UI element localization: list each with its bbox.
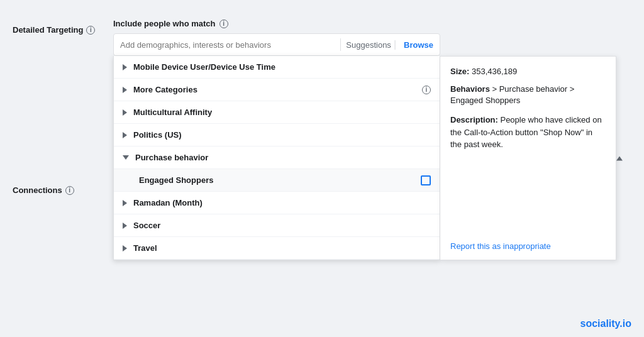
item-label-ramadan: Ramadan (Month): [133, 198, 431, 207]
content-area: Detailed Targeting i Connections i Inclu…: [0, 0, 644, 337]
suggestions-link[interactable]: Suggestions: [346, 40, 391, 50]
info-size: Size: 353,436,189: [450, 67, 606, 76]
dropdown-item-travel[interactable]: Travel: [114, 237, 440, 260]
dropdown-item-ramadan[interactable]: Ramadan (Month): [114, 192, 440, 214]
left-labels: Detailed Targeting i Connections i: [13, 19, 113, 324]
dropdown-item-soccer[interactable]: Soccer: [114, 214, 440, 237]
branding: sociality.io: [580, 318, 631, 329]
info-description: Description: People who have clicked on …: [450, 114, 606, 151]
search-bar: Suggestions | Browse: [113, 33, 440, 56]
item-label-more-categories: More Categories: [133, 85, 422, 94]
info-behaviors: Behaviors > Purchase behavior > Engaged …: [450, 84, 606, 106]
more-categories-info-icon[interactable]: i: [422, 86, 431, 94]
size-label: Size:: [450, 67, 469, 76]
dropdown-item-purchase-behavior[interactable]: Purchase behavior: [114, 146, 440, 169]
chevron-right-icon: [123, 223, 127, 229]
chevron-down-icon: [123, 155, 129, 160]
detailed-targeting-label: Detailed Targeting i: [13, 25, 113, 35]
item-label-mobile-device: Mobile Device User/Device Use Time: [133, 62, 431, 72]
item-label-travel: Travel: [133, 243, 431, 253]
description-label: Description:: [450, 115, 498, 124]
main-container: Detailed Targeting i Connections i Inclu…: [0, 0, 644, 337]
dropdown-item-engaged-shoppers[interactable]: Engaged Shoppers: [114, 169, 440, 192]
dropdown-item-more-categories[interactable]: More Categories i: [114, 79, 440, 101]
report-inappropriate-link[interactable]: Report this as inappropriate: [450, 241, 551, 251]
item-label-soccer: Soccer: [133, 221, 431, 230]
search-divider: [340, 38, 341, 51]
detailed-targeting-info-icon[interactable]: i: [86, 26, 95, 35]
include-header: Include people who match i: [113, 19, 631, 28]
chevron-right-icon: [123, 64, 127, 70]
branding-text-black: sociality.: [580, 318, 622, 329]
chevron-right-icon: [123, 245, 127, 251]
search-input[interactable]: [120, 40, 335, 50]
include-label: Include people who match: [113, 19, 216, 28]
behaviors-label: Behaviors: [450, 84, 490, 94]
branding-text-blue: io: [623, 318, 631, 329]
size-value: 353,436,189: [472, 67, 517, 76]
browse-link[interactable]: Browse: [404, 40, 433, 50]
chevron-right-icon: [123, 132, 127, 138]
dropdown-list: Mobile Device User/Device Use Time More …: [113, 56, 440, 260]
dropdown-container: Mobile Device User/Device Use Time More …: [113, 56, 631, 260]
connections-info-icon[interactable]: i: [65, 186, 74, 195]
chevron-right-icon: [123, 200, 127, 206]
item-label-politics: Politics (US): [133, 130, 431, 140]
targeting-panel: Include people who match i Suggestions |…: [113, 19, 631, 324]
dropdown-item-politics[interactable]: Politics (US): [114, 124, 440, 146]
dropdown-item-multicultural[interactable]: Multicultural Affinity: [114, 101, 440, 124]
connections-label: Connections i: [13, 185, 113, 195]
detailed-targeting-text: Detailed Targeting: [13, 25, 83, 35]
connections-text: Connections: [13, 185, 62, 195]
item-label-purchase-behavior: Purchase behavior: [135, 153, 431, 162]
include-info-icon[interactable]: i: [219, 19, 228, 28]
engaged-shoppers-checkbox[interactable]: [421, 175, 431, 185]
info-panel: Size: 353,436,189 Behaviors > Purchase b…: [440, 56, 616, 260]
dropdown-item-mobile-device[interactable]: Mobile Device User/Device Use Time: [114, 56, 440, 79]
item-label-engaged-shoppers: Engaged Shoppers: [139, 175, 431, 185]
item-label-multicultural: Multicultural Affinity: [133, 108, 431, 117]
chevron-right-icon: [123, 87, 127, 93]
chevron-right-icon: [123, 109, 127, 116]
